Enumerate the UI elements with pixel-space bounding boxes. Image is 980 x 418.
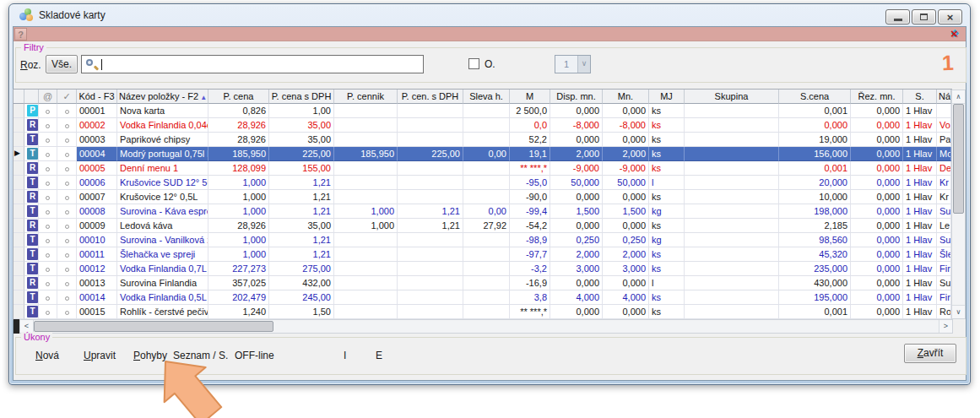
cell-mn[interactable]: 0,000 bbox=[603, 190, 649, 204]
cell-mn[interactable]: 0,000 bbox=[603, 104, 649, 118]
action-nov[interactable]: Nová bbox=[35, 350, 59, 361]
cell-clip[interactable] bbox=[39, 262, 57, 276]
cell-check[interactable] bbox=[57, 290, 77, 305]
cell-disp[interactable]: 0,000 bbox=[550, 133, 603, 147]
cell-p_cennik[interactable] bbox=[334, 262, 398, 276]
cell-p_cennik[interactable]: 185,950 bbox=[334, 147, 398, 161]
cell-clip[interactable] bbox=[39, 133, 57, 147]
vscroll-track[interactable] bbox=[952, 104, 965, 305]
cell-disp[interactable]: 2,000 bbox=[550, 147, 603, 161]
cell-mn[interactable]: 2,000 bbox=[603, 247, 649, 262]
table-row[interactable]: T00008Surovina - Káva espresso1,0001,211… bbox=[14, 204, 951, 219]
action-i[interactable]: I bbox=[344, 350, 346, 361]
scroll-down-button[interactable]: ∨ bbox=[952, 305, 965, 318]
cell-gutter[interactable] bbox=[14, 219, 24, 233]
cell-check[interactable] bbox=[57, 118, 77, 133]
cell-na[interactable]: Su bbox=[937, 233, 951, 247]
column-header-mj[interactable]: MJ bbox=[649, 90, 685, 104]
table-row[interactable]: P00001Nova karta0,8261,002 500,00,0000,0… bbox=[14, 104, 951, 118]
cell-na[interactable] bbox=[937, 104, 951, 118]
cell-na[interactable]: Mo bbox=[937, 147, 951, 161]
cell-gutter[interactable] bbox=[14, 233, 24, 247]
cell-rez[interactable]: 0,000 bbox=[851, 204, 903, 219]
page-selector[interactable]: 1 ∨ bbox=[555, 55, 591, 73]
cell-check[interactable] bbox=[57, 190, 77, 204]
cell-mn[interactable]: 0,000 bbox=[603, 133, 649, 147]
paperclip-icon-header[interactable]: @ bbox=[39, 90, 57, 104]
cell-name[interactable]: Modrý portugal 0,75l láhev bbox=[117, 147, 208, 161]
cell-mj[interactable]: kg bbox=[649, 233, 685, 247]
cell-badge[interactable]: P bbox=[24, 104, 39, 118]
cell-na[interactable]: De bbox=[937, 161, 951, 176]
vse-button[interactable]: Vše. bbox=[46, 55, 78, 73]
scroll-right-button[interactable]: > bbox=[939, 320, 952, 333]
cell-na[interactable]: Vo bbox=[937, 118, 951, 133]
cell-p_cena[interactable]: 1,000 bbox=[208, 176, 269, 190]
cell-m[interactable]: -16,9 bbox=[510, 276, 550, 290]
cell-p_cena_dph[interactable]: 1,21 bbox=[269, 190, 334, 204]
cell-s[interactable]: 1 Hlav bbox=[903, 176, 937, 190]
cell-p_cena[interactable]: 357,025 bbox=[208, 276, 269, 290]
cell-p_cena_dph[interactable]: 1,21 bbox=[269, 247, 334, 262]
action-e[interactable]: E bbox=[376, 350, 382, 361]
cell-code[interactable]: 00010 bbox=[77, 233, 117, 247]
cell-p_cena[interactable]: 28,926 bbox=[208, 118, 269, 133]
cell-skupina[interactable] bbox=[685, 190, 779, 204]
cell-gutter[interactable] bbox=[14, 133, 24, 147]
cell-gutter[interactable] bbox=[14, 161, 24, 176]
cell-p_cen_s_dph[interactable] bbox=[398, 305, 463, 319]
cell-p_cena_dph[interactable]: 35,00 bbox=[269, 219, 334, 233]
cell-skupina[interactable] bbox=[685, 290, 779, 305]
cell-gutter[interactable] bbox=[14, 247, 24, 262]
cell-mj[interactable]: ks bbox=[649, 190, 685, 204]
cell-mj[interactable]: ks bbox=[649, 133, 685, 147]
cell-clip[interactable] bbox=[39, 247, 57, 262]
cell-sleva[interactable] bbox=[463, 133, 510, 147]
cell-clip[interactable] bbox=[39, 290, 57, 305]
cell-code[interactable]: 00004 bbox=[77, 147, 117, 161]
column-header-code[interactable]: Kód - F3 bbox=[77, 90, 117, 104]
cell-skupina[interactable] bbox=[685, 204, 779, 219]
cell-m[interactable]: -95,0 bbox=[510, 176, 550, 190]
cell-p_cen_s_dph[interactable] bbox=[398, 233, 463, 247]
cell-disp[interactable]: 0,000 bbox=[550, 276, 603, 290]
cell-code[interactable]: 00013 bbox=[77, 276, 117, 290]
cell-na[interactable]: Su bbox=[937, 204, 951, 219]
cell-check[interactable] bbox=[57, 204, 77, 219]
cell-rez[interactable]: 0,000 bbox=[851, 118, 903, 133]
cell-name[interactable]: Rohlík - čerstvé pečivo bbox=[117, 305, 208, 319]
cell-p_cena[interactable]: 28,926 bbox=[208, 219, 269, 233]
cell-rez[interactable]: 0,000 bbox=[851, 190, 903, 204]
cell-rez[interactable]: 0,000 bbox=[851, 233, 903, 247]
table-row[interactable]: T00014Vodka Finlandia 0,5L láhev202,4792… bbox=[14, 290, 951, 305]
cell-skupina[interactable] bbox=[685, 133, 779, 147]
cell-s_cena[interactable]: 19,000 bbox=[779, 133, 851, 147]
table-row[interactable]: T00006Krušovice SUD 12° 50L1,0001,21-95,… bbox=[14, 176, 951, 190]
cell-clip[interactable] bbox=[39, 233, 57, 247]
cell-rez[interactable]: 0,000 bbox=[851, 176, 903, 190]
cell-s[interactable]: 1 Hlav bbox=[903, 104, 937, 118]
cell-skupina[interactable] bbox=[685, 247, 779, 262]
cell-gutter[interactable] bbox=[14, 190, 24, 204]
cell-disp[interactable]: -8,000 bbox=[550, 118, 603, 133]
cell-sleva[interactable] bbox=[463, 262, 510, 276]
cell-name[interactable]: Surovina - Vanilková zmrzlina bbox=[117, 233, 208, 247]
cancel-filter-icon[interactable]: × bbox=[949, 27, 963, 41]
cell-check[interactable] bbox=[57, 161, 77, 176]
cell-check[interactable] bbox=[57, 133, 77, 147]
cell-mj[interactable]: ks bbox=[649, 118, 685, 133]
column-header-sleva[interactable]: Sleva h. bbox=[463, 90, 510, 104]
cell-name[interactable]: Denní menu 1 bbox=[117, 161, 208, 176]
cell-skupina[interactable] bbox=[685, 305, 779, 319]
cell-skupina[interactable] bbox=[685, 219, 779, 233]
cell-skupina[interactable] bbox=[685, 161, 779, 176]
cell-s[interactable]: 1 Hlav bbox=[903, 190, 937, 204]
cell-check[interactable] bbox=[57, 147, 77, 161]
cell-mj[interactable]: ks bbox=[649, 104, 685, 118]
cell-mn[interactable]: 0,000 bbox=[603, 276, 649, 290]
table-row[interactable]: T00010Surovina - Vanilková zmrzlina1,000… bbox=[14, 233, 951, 247]
cell-rez[interactable]: 0,000 bbox=[851, 219, 903, 233]
cell-s[interactable]: 1 Hlav bbox=[903, 247, 937, 262]
cell-na[interactable]: Pa bbox=[937, 133, 951, 147]
hscroll-thumb[interactable] bbox=[34, 321, 273, 332]
